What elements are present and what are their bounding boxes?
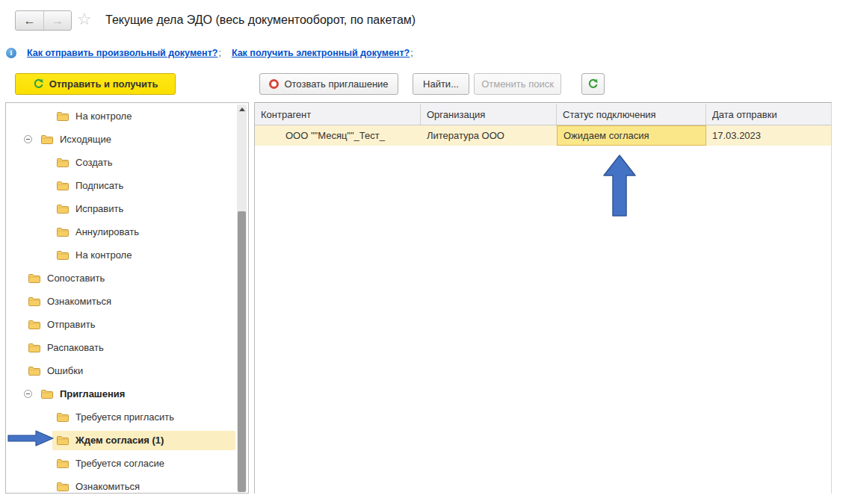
tree-item[interactable]: На контроле xyxy=(6,105,235,128)
collapse-icon[interactable] xyxy=(24,135,32,143)
folder-icon xyxy=(28,343,40,352)
favorite-star-icon[interactable]: ☆ xyxy=(77,10,92,29)
help-link-separator: ; xyxy=(218,48,220,58)
page-title: Текущие дела ЭДО (весь документооборот, … xyxy=(105,13,416,27)
folder-icon xyxy=(28,296,40,306)
tree-item-label: Подписать xyxy=(75,180,123,191)
grid-header-row: Контрагент Организация Статус подключени… xyxy=(255,104,831,125)
tree-item[interactable]: Ознакомиться xyxy=(6,290,235,313)
tree-item-label: Требуется пригласить xyxy=(75,411,174,423)
cancel-search-button[interactable]: Отменить поиск xyxy=(474,73,561,95)
send-and-receive-button[interactable]: Отправить и получить xyxy=(15,73,176,95)
info-icon: i xyxy=(6,48,16,58)
tree-item[interactable]: На контроле xyxy=(6,243,235,267)
column-header-organization[interactable]: Организация xyxy=(421,104,557,125)
tree-item-label: Отправить xyxy=(47,319,95,330)
folder-icon xyxy=(28,320,40,329)
revoke-invitation-button[interactable]: Отозвать приглашение xyxy=(259,73,398,95)
folder-icon xyxy=(57,250,69,260)
help-links-row: i Как отправить произвольный документ? ;… xyxy=(6,46,413,60)
folder-icon xyxy=(57,204,69,214)
tree-item[interactable]: Сопоставить xyxy=(6,267,235,290)
tree-item[interactable]: Подписать xyxy=(6,174,235,197)
folder-icon xyxy=(57,181,69,190)
tree-item[interactable]: Исправить xyxy=(6,197,235,220)
folder-icon xyxy=(57,412,69,422)
tree-item-label: Требуется согласие xyxy=(75,458,164,469)
tree-item-label: На контроле xyxy=(75,111,132,122)
folder-tree-panel: На контролеИсходящиеСоздатьПодписатьИспр… xyxy=(5,102,249,494)
tree-item[interactable]: Ждем согласия (1) xyxy=(6,429,235,452)
tree-item-label: Ознакомиться xyxy=(75,481,140,492)
send-and-receive-label: Отправить и получить xyxy=(49,78,158,90)
folder-icon xyxy=(28,366,40,376)
tree-item[interactable]: Требуется пригласить xyxy=(6,405,235,429)
folder-icon xyxy=(41,389,53,399)
folder-icon xyxy=(41,134,53,144)
sidebar-scrollbar[interactable] xyxy=(237,105,247,491)
column-header-send-date[interactable]: Дата отправки xyxy=(706,104,831,125)
folder-icon xyxy=(57,482,69,491)
tree-item[interactable]: Распаковать xyxy=(6,336,235,359)
tree-item-label: На контроле xyxy=(75,249,132,261)
help-link-separator: ; xyxy=(410,48,413,58)
stop-icon xyxy=(269,79,279,89)
forward-button[interactable]: → xyxy=(43,11,71,30)
folder-icon xyxy=(57,158,69,167)
folder-icon xyxy=(57,458,69,468)
tree-item[interactable]: Ошибки xyxy=(6,359,235,382)
folder-icon xyxy=(57,435,69,445)
find-button[interactable]: Найти... xyxy=(413,73,469,95)
scrollbar-up-arrow-icon[interactable] xyxy=(237,105,247,114)
tree-item-label: Ждем согласия (1) xyxy=(75,435,164,446)
folder-tree: На контролеИсходящиеСоздатьПодписатьИспр… xyxy=(6,105,235,494)
cell-send-date[interactable]: 17.03.2023 xyxy=(706,125,831,146)
tree-item-label: Распаковать xyxy=(47,342,104,353)
tree-item-label: Ознакомиться xyxy=(47,296,111,307)
tree-item-label: Сопоставить xyxy=(47,273,105,284)
column-header-status[interactable]: Статус подключения xyxy=(557,104,706,125)
tree-item[interactable]: Требуется согласие xyxy=(6,452,235,475)
collapse-icon[interactable] xyxy=(24,390,32,398)
cell-status-current[interactable]: Ожидаем согласия xyxy=(557,125,706,146)
refresh-icon xyxy=(33,78,44,90)
tree-item-label: Исходящие xyxy=(60,134,111,145)
tree-item[interactable]: Исходящие xyxy=(6,128,235,151)
tree-item-label: Ошибки xyxy=(47,365,83,376)
cell-organization[interactable]: Литература ООО xyxy=(421,125,557,146)
nav-button-group: ← → xyxy=(15,10,72,31)
cell-contractor[interactable]: ООО ""Месяц""_Тест_ xyxy=(255,125,421,146)
tree-item-label: Аннулировать xyxy=(75,226,139,237)
documents-grid-panel: Контрагент Организация Статус подключени… xyxy=(254,102,832,494)
table-row[interactable]: ООО ""Месяц""_Тест_ Литература ООО Ожида… xyxy=(255,125,831,146)
folder-icon xyxy=(57,111,69,121)
cancel-search-label: Отменить поиск xyxy=(481,78,554,90)
find-label: Найти... xyxy=(423,78,459,90)
folder-icon xyxy=(57,227,69,237)
tree-item-label: Исправить xyxy=(75,203,123,214)
folder-icon xyxy=(28,273,40,283)
tree-item-label: Создать xyxy=(75,157,112,168)
tree-item[interactable]: Аннулировать xyxy=(6,220,235,243)
scrollbar-thumb[interactable] xyxy=(238,211,246,492)
help-link-send-document[interactable]: Как отправить произвольный документ? xyxy=(27,48,217,58)
tree-item[interactable]: Ознакомиться xyxy=(6,475,235,494)
back-button[interactable]: ← xyxy=(16,11,43,30)
refresh-list-button[interactable] xyxy=(581,73,605,95)
tree-item[interactable]: Приглашения xyxy=(6,382,235,405)
tree-item[interactable]: Отправить xyxy=(6,313,235,336)
refresh-icon xyxy=(587,78,599,90)
revoke-invitation-label: Отозвать приглашение xyxy=(284,78,388,90)
column-header-contractor[interactable]: Контрагент xyxy=(255,104,421,125)
tree-item[interactable]: Создать xyxy=(6,151,235,174)
tree-item-label: Приглашения xyxy=(60,388,125,399)
help-link-receive-document[interactable]: Как получить электронный документ? xyxy=(232,48,410,58)
